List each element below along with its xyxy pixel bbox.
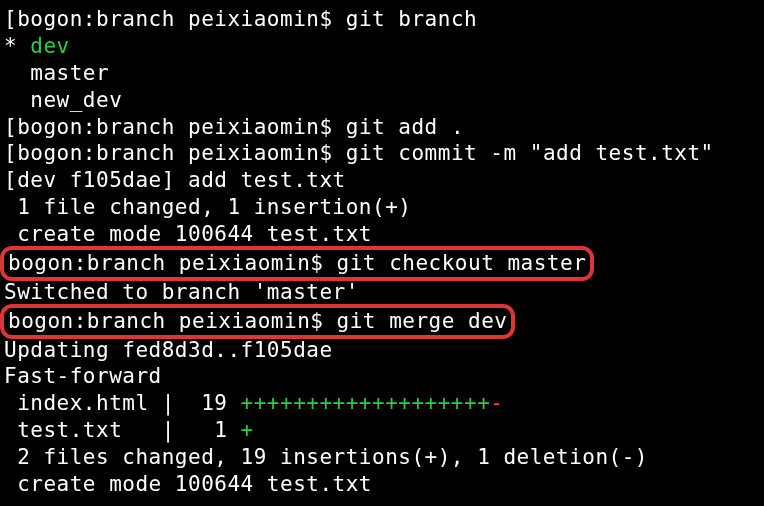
prompt: bogon:branch peixiaomin$ [17,141,346,165]
prompt-bracket: [ [4,7,17,31]
terminal-line-12-highlighted: bogon:branch peixiaomin$ git merge dev [4,306,760,337]
diff-test-prefix: test.txt | 1 [4,418,241,442]
current-branch: dev [30,34,69,58]
diff-index-prefix: index.html | 19 [4,391,241,415]
command-git-branch: git branch [346,7,477,31]
branch-new-dev: new_dev [30,88,122,112]
fast-forward: Fast-forward [4,364,162,388]
terminal-line-3: master [4,60,760,87]
terminal-line-13: Updating fed8d3d..f105dae [4,337,760,364]
terminal-line-15: index.html | 19 +++++++++++++++++++- [4,390,760,417]
terminal-line-8: 1 file changed, 1 insertion(+) [4,194,760,221]
commit-create-mode: create mode 100644 test.txt [4,222,372,246]
commit-hash: [dev f105dae] add test.txt [4,168,346,192]
prompt: bogon:branch peixiaomin$ [8,309,337,333]
command-git-add: git add . [346,115,464,139]
prompt: bogon:branch peixiaomin$ [17,7,346,31]
terminal-line-5: [bogon:branch peixiaomin$ git add . [4,114,760,141]
terminal-line-16: test.txt | 1 + [4,417,760,444]
switched-output: Switched to branch 'master' [4,280,359,304]
terminal-line-10-highlighted: bogon:branch peixiaomin$ git checkout ma… [4,248,760,279]
terminal-line-17: 2 files changed, 19 insertions(+), 1 del… [4,444,760,471]
terminal-line-7: [dev f105dae] add test.txt [4,167,760,194]
prompt: bogon:branch peixiaomin$ [17,115,346,139]
highlight-box-checkout: bogon:branch peixiaomin$ git checkout ma… [0,246,594,281]
prompt-bracket: [ [4,141,17,165]
diff-minus-icon: - [490,391,503,415]
prompt: bogon:branch peixiaomin$ [8,251,337,275]
summary-output: 2 files changed, 19 insertions(+), 1 del… [4,445,648,469]
terminal-line-2: * dev [4,33,760,60]
terminal-line-1: [bogon:branch peixiaomin$ git branch [4,6,760,33]
terminal-line-11: Switched to branch 'master' [4,279,760,306]
terminal-line-9: create mode 100644 test.txt [4,221,760,248]
command-git-merge: git merge dev [337,309,508,333]
branch-marker: * [4,34,17,58]
highlight-box-merge: bogon:branch peixiaomin$ git merge dev [0,304,515,339]
command-git-commit: git commit -m "add test.txt" [346,141,714,165]
updating-output: Updating fed8d3d..f105dae [4,338,333,362]
command-git-checkout: git checkout master [337,251,587,275]
terminal-line-6: [bogon:branch peixiaomin$ git commit -m … [4,140,760,167]
commit-changed: 1 file changed, 1 insertion(+) [4,195,411,219]
create-mode-2: create mode 100644 test.txt [4,472,372,496]
terminal-line-18: create mode 100644 test.txt [4,471,760,498]
terminal-line-4: new_dev [4,87,760,114]
prompt-bracket: [ [4,115,17,139]
diff-plus-icon: +++++++++++++++++++ [241,391,491,415]
branch-master: master [30,61,109,85]
terminal-line-14: Fast-forward [4,363,760,390]
diff-plus-icon: + [241,418,254,442]
